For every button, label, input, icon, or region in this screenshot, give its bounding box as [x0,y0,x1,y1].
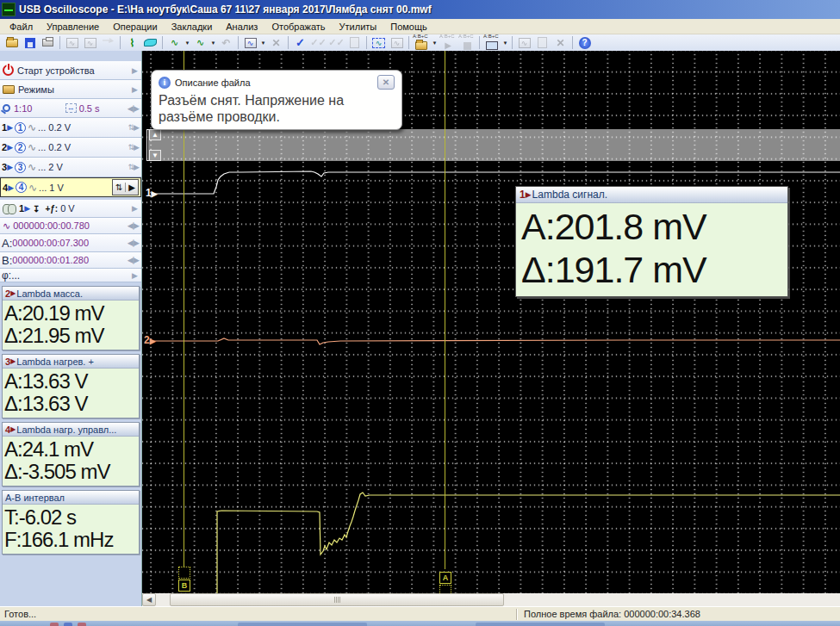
save-button[interactable] [21,35,39,50]
coupling-wave-icon[interactable]: ∿ [28,141,36,153]
stepper-arrows[interactable]: ◀|▶ [128,104,140,113]
start-device-row[interactable]: Старт устройства ▶ [0,61,141,80]
stepper-arrows[interactable]: ◀|▶ [128,221,140,230]
menu-display[interactable]: Отображать [265,20,331,34]
script-play-button[interactable]: A:B+C▶ [439,34,457,51]
confirm-all-button[interactable]: ✓✓ [309,35,327,50]
menu-control[interactable]: Управление [40,20,105,34]
scale-up-button[interactable]: ∿ [165,35,184,50]
script-open-button[interactable]: A:B+C [412,34,431,51]
scale-down-dropdown[interactable]: ▼ [209,40,217,46]
report-button[interactable] [345,35,364,50]
cursor-b-value[interactable]: 000000:00:01.280 [12,255,89,265]
scroll-track[interactable] [504,593,840,606]
falling-edge-icon[interactable]: ↧ [33,204,40,214]
open-file-button[interactable] [3,35,21,50]
channel-range-value[interactable]: ... 1 V [39,183,64,193]
chevron-right-icon[interactable]: ▶ [132,66,140,75]
measure-panel-ch2[interactable]: 2▶ Lambda масса. A:20.19 mV Δ:21.95 mV [2,286,140,350]
channel-row-4-selected[interactable]: 4▶ 4 ∿ ... 1 V ⇅▶ [0,177,141,197]
channel-input-icon[interactable]: 2 [15,142,26,153]
selection-box-button[interactable]: ∿ [370,35,388,50]
trigger-level-value[interactable]: 0 V [60,203,75,214]
phase-row[interactable]: φ: ... ▶ [0,269,141,282]
channel-2-marker[interactable]: 2▶ [144,334,156,346]
notes-button[interactable] [533,35,551,50]
confirm-next-button[interactable]: ✓✓ [327,35,345,50]
channel-stepper[interactable]: ⇅▶ [128,143,140,152]
cursor-a-line[interactable] [445,51,445,569]
cursor-b-flag[interactable]: B [178,580,190,592]
remove-overlay-button[interactable]: ✕ [267,35,285,50]
time-div-value[interactable]: 0.5 s [79,103,100,114]
waveform-copy-button[interactable]: ∿ [81,35,99,50]
script-monitor-button[interactable]: A:B+C [482,34,501,51]
channel-row-3[interactable]: 3▶ 3 ∿ ... 2 V ⇅▶ [0,158,141,177]
chart-button[interactable]: ∿ [515,35,533,50]
scroll-left-button[interactable]: ◀ [142,593,156,606]
popup-close-button[interactable]: ✕ [377,75,395,90]
cursor-b-handle[interactable] [178,567,190,579]
updown-icon[interactable]: ⇅ [113,183,125,192]
menu-file[interactable]: Файл [3,20,39,34]
channel-range-value[interactable]: ... 2 V [38,162,63,172]
script-monitor-dropdown[interactable]: ▼ [501,40,509,46]
measure-panel-ch4[interactable]: 4▶ Lambda нагр. управл... A:24.1 mV Δ:-3… [2,422,140,487]
zoom-ratio-value[interactable]: 1:10 [14,103,32,114]
stepper-arrows[interactable]: ◀|▶ [128,256,140,264]
chevron-right-icon[interactable]: ▶ [132,204,140,213]
help-button[interactable]: ? [576,35,594,50]
scale-up-dropdown[interactable]: ▼ [184,40,191,46]
waveform-image-button[interactable]: ∿ [63,35,81,50]
taskbar-button[interactable] [476,623,605,626]
channel-stepper[interactable]: ⇅▶ [128,123,140,132]
scroll-track[interactable] [156,593,170,606]
stepper-arrows[interactable]: ◀|▶ [128,239,140,247]
menu-bookmarks[interactable]: Закладки [165,20,219,34]
lambda-signal-overlay[interactable]: 1▶ Lambda сигнал. A:201.8 mV Δ:191.7 mV [515,186,788,297]
menu-analysis[interactable]: Анализ [220,20,264,34]
cursor-a-row[interactable]: A: 000000:00:07.300 ◀|▶ [0,234,141,252]
cursor-a-value[interactable]: 000000:00:07.300 [12,238,89,248]
scope-display[interactable]: ▲ ▼ 1▶ 2▶ B A i Описание файла ✕ Разъём … [142,51,840,593]
measure-panel-ab-interval[interactable]: A-B интервал T:-6.02 s F:166.1 mHz [2,490,140,555]
tray-icon[interactable] [78,623,86,626]
time-position-row[interactable]: ∿ 000000:00:00.780 ◀|▶ [0,218,141,234]
channel-input-icon[interactable]: 1 [15,122,26,133]
print-button[interactable] [39,35,57,50]
coupling-wave-icon[interactable]: ∿ [28,182,37,194]
trigger-row[interactable]: 1▶ ↧ +ƒ: 0 V ▶ [0,200,141,218]
chevron-right-icon[interactable]: ▶ [132,271,140,280]
coupling-wave-icon[interactable]: ∿ [28,121,36,133]
cursor-b-row[interactable]: B: 000000:00:01.280 ◀|▶ [0,252,141,269]
channel-row-2[interactable]: 2▶ 2 ∿ ... 0.2 V ⇅▶ [0,138,141,158]
scroll-thumb[interactable] [170,593,504,606]
taskbar-button[interactable] [238,623,367,626]
chevron-right-icon[interactable]: ▶ [132,85,140,94]
modes-row[interactable]: Режимы ▶ [0,80,141,99]
script-stop-button[interactable]: A:B+C [457,34,476,51]
search-wave-button[interactable]: ∿ [388,35,406,50]
channel-input-icon[interactable]: 4 [16,182,27,193]
channel-row-1[interactable]: 1▶ 1 ∿ ... 0.2 V ⇅▶ [0,118,141,138]
windows-taskbar[interactable] [0,621,840,626]
menu-operations[interactable]: Операции [107,20,163,34]
tray-icon[interactable] [50,623,59,626]
confirm-button[interactable]: ✓ [291,35,309,50]
delete-button[interactable]: ✕ [551,35,569,50]
channel-stepper[interactable]: ⇅▶ [128,163,140,171]
channel-input-icon[interactable]: 3 [15,162,26,173]
channel-range-value[interactable]: ... 0.2 V [38,142,71,152]
impulse-button[interactable]: ⌇ [123,35,141,50]
chevron-right-icon[interactable]: ▶ [125,183,138,192]
marker-tool-button[interactable] [141,35,159,50]
undo-button[interactable]: ↶ [217,35,235,50]
coupling-wave-icon[interactable]: ∿ [28,161,36,173]
cursor-a-handle[interactable] [439,585,451,593]
menu-utilities[interactable]: Утилиты [333,20,383,34]
channel-range-value[interactable]: ... 0.2 V [38,122,71,133]
tools-button[interactable] [99,35,117,50]
measure-panel-ch3[interactable]: 3▶ Lambda нагрев. + A:13.63 V Δ:13.63 V [2,354,140,418]
overlay-dropdown[interactable]: ▼ [259,40,267,46]
channel-stepper-selected[interactable]: ⇅▶ [112,179,139,195]
